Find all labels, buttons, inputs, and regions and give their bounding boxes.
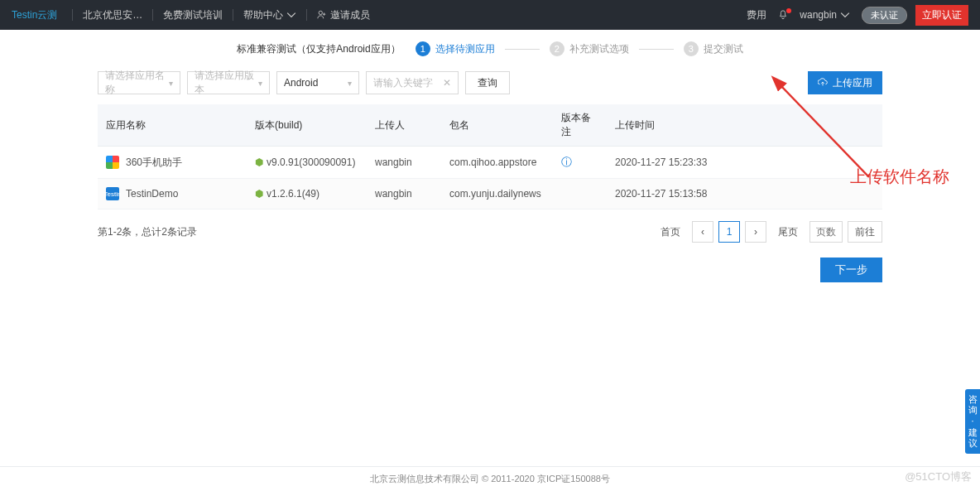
page-current[interactable]: 1 — [718, 221, 740, 243]
app-name: 360手机助手 — [126, 156, 182, 170]
select-app-version-placeholder: 请选择应用版本 — [195, 69, 258, 97]
select-app-name[interactable]: 请选择应用名称 ▾ — [98, 71, 180, 94]
chevron-down-icon — [286, 10, 296, 20]
page-info: 第1-2条，总计2条记录 — [98, 225, 197, 239]
page-prev[interactable]: ‹ — [692, 221, 713, 243]
chevron-down-icon: ▾ — [348, 79, 352, 88]
watermark: @51CTO博客 — [905, 469, 972, 484]
app-icon — [106, 156, 119, 169]
app-table: 应用名称 版本(build) 上传人 包名 版本备注 上传时间 360手机助手 … — [98, 104, 882, 209]
pagination: 第1-2条，总计2条记录 首页 ‹ 1 › 尾页 前往 — [98, 221, 882, 243]
select-app-name-placeholder: 请选择应用名称 — [105, 69, 169, 97]
chevron-down-icon — [840, 10, 850, 20]
filter-bar: 请选择应用名称 ▾ 请选择应用版本 ▾ Android ▾ 请输入关键字 ✕ 查… — [98, 71, 882, 94]
top-nav: Testin云测 北京优思安… 免费测试培训 帮助中心 邀请成员 费用 wang… — [0, 0, 980, 30]
nav-help-center[interactable]: 帮助中心 — [243, 8, 296, 22]
step-indicator: 标准兼容测试（仅支持Android应用） 1选择待测应用 2补充测试选项 3提交… — [98, 41, 882, 56]
certify-now-button[interactable]: 立即认证 — [915, 5, 968, 26]
upload-app-button[interactable]: 上传应用 — [808, 71, 882, 94]
annotation-text: 上传软件名称 — [850, 166, 949, 188]
nav-help-label: 帮助中心 — [243, 8, 283, 22]
select-platform[interactable]: Android ▾ — [276, 71, 359, 94]
org-name[interactable]: 北京优思安… — [83, 8, 142, 22]
th-version: 版本(build) — [247, 104, 367, 147]
th-time: 上传时间 — [607, 104, 882, 147]
app-package: com.qihoo.appstore — [441, 147, 553, 179]
brand-logo[interactable]: Testin云测 — [12, 8, 57, 22]
app-icon: Testin — [106, 187, 119, 200]
app-package: com.yunju.dailynews — [441, 179, 553, 209]
step-1[interactable]: 1选择待测应用 — [416, 41, 495, 56]
nav-cost[interactable]: 费用 — [747, 8, 766, 22]
android-icon: ⬢ — [255, 188, 263, 200]
page-next[interactable]: › — [745, 221, 766, 243]
th-name: 应用名称 — [98, 104, 247, 147]
app-name: TestinDemo — [126, 188, 178, 200]
nav-invite[interactable]: 邀请成员 — [317, 8, 370, 22]
page-number-input[interactable] — [809, 221, 843, 243]
steps-title: 标准兼容测试（仅支持Android应用） — [237, 42, 400, 56]
page-go[interactable]: 前往 — [848, 221, 882, 243]
th-remark: 版本备注 — [553, 104, 607, 147]
cloud-upload-icon — [818, 78, 828, 88]
nav-free-training[interactable]: 免费测试培训 — [163, 8, 223, 22]
user-plus-icon — [317, 10, 327, 20]
select-app-version[interactable]: 请选择应用版本 ▾ — [187, 71, 270, 94]
search-placeholder: 请输入关键字 — [373, 76, 433, 90]
info-icon[interactable]: ⓘ — [561, 156, 572, 168]
query-button[interactable]: 查询 — [465, 71, 510, 94]
android-icon: ⬢ — [255, 156, 263, 168]
step-3[interactable]: 3提交测试 — [684, 41, 743, 56]
nav-notifications[interactable] — [778, 10, 788, 20]
th-package: 包名 — [441, 104, 553, 147]
page-last[interactable]: 尾页 — [771, 221, 805, 243]
th-uploader: 上传人 — [367, 104, 441, 147]
next-step-button[interactable]: 下一步 — [820, 258, 882, 282]
search-input[interactable]: 请输入关键字 ✕ — [366, 71, 459, 94]
chevron-down-icon: ▾ — [169, 79, 173, 88]
nav-user-label: wangbin — [800, 9, 837, 21]
footer: 北京云测信息技术有限公司 © 2011-2020 京ICP证150088号 — [0, 466, 980, 491]
clear-icon[interactable]: ✕ — [443, 77, 451, 89]
page-first[interactable]: 首页 — [654, 221, 687, 243]
nav-invite-label: 邀请成员 — [330, 8, 370, 22]
chevron-down-icon: ▾ — [258, 79, 262, 88]
app-uploader: wangbin — [367, 179, 441, 209]
svg-point-0 — [319, 11, 323, 14]
notification-dot — [786, 8, 791, 13]
app-time: 2020-11-27 15:23:33 — [607, 147, 882, 179]
table-row[interactable]: TestinTestinDemo ⬢v1.2.6.1(49) wangbin c… — [98, 179, 882, 209]
main-container: 标准兼容测试（仅支持Android应用） 1选择待测应用 2补充测试选项 3提交… — [98, 30, 882, 282]
uncertified-badge[interactable]: 未认证 — [862, 7, 907, 24]
feedback-tab[interactable]: 咨询 · 建议 — [965, 389, 980, 454]
table-row[interactable]: 360手机助手 ⬢v9.0.91(300090091) wangbin com.… — [98, 147, 882, 179]
step-2[interactable]: 2补充测试选项 — [550, 41, 629, 56]
app-uploader: wangbin — [367, 147, 441, 179]
app-time: 2020-11-27 15:13:58 — [607, 179, 882, 209]
select-platform-value: Android — [284, 77, 318, 89]
app-version: v9.0.91(300090091) — [267, 156, 355, 168]
nav-user[interactable]: wangbin — [800, 9, 850, 21]
app-version: v1.2.6.1(49) — [267, 188, 319, 200]
upload-app-label: 上传应用 — [833, 76, 872, 90]
